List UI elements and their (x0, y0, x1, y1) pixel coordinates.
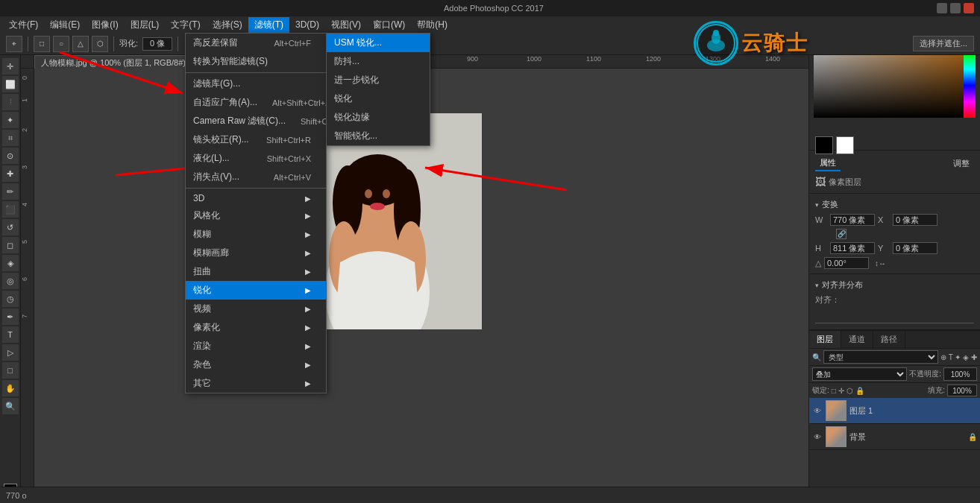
red-arrow-1 (45, 37, 209, 112)
layer-bg-visibility[interactable]: 👁 (812, 431, 823, 442)
sharpen-edges[interactable]: 锐化边缘 (327, 108, 430, 127)
filter-video[interactable]: 视频 ▶ (186, 300, 326, 318)
blend-mode-select[interactable]: 叠加 正常 (812, 367, 907, 381)
tool-dodge[interactable]: ◷ (2, 291, 19, 307)
transform-section: ▾ 变换 W X 🔗 H Y △ ↕↔ (809, 194, 980, 274)
tool-history[interactable]: ↺ (2, 219, 19, 235)
menu-help[interactable]: 帮助(H) (411, 17, 453, 33)
tool-gradient[interactable]: ◈ (2, 255, 19, 271)
tab-layers[interactable]: 图层 (809, 331, 841, 348)
lock-artboards-btn[interactable]: ⬡ (846, 387, 853, 395)
tool-eyedrop[interactable]: ⊙ (2, 148, 19, 164)
filter-blur-gallery[interactable]: 模糊画廊 ▶ (186, 244, 326, 262)
lock-all-btn[interactable]: 🔒 (855, 387, 864, 395)
tool-marquee[interactable]: ⬜ (2, 76, 19, 92)
tab-paths[interactable]: 路径 (873, 331, 905, 348)
filter-stylize[interactable]: 风格化 ▶ (186, 206, 326, 225)
tool-shape[interactable]: □ (2, 362, 19, 379)
tool-brush[interactable]: ✏ (2, 183, 19, 200)
logo-circle (694, 21, 738, 66)
bg-color-swatch[interactable] (836, 136, 854, 154)
fill-input[interactable] (947, 385, 977, 396)
tool-crop[interactable]: ⌗ (2, 130, 19, 146)
filter-render[interactable]: 渲染 ▶ (186, 337, 326, 355)
sharpen-stabilize[interactable]: 防抖... (327, 52, 430, 71)
lock-position-btn[interactable]: ✛ (838, 387, 844, 395)
minimize-btn[interactable] (937, 3, 947, 13)
tab-properties[interactable]: 属性 (815, 156, 841, 171)
filter-3d[interactable]: 3D ▶ (186, 190, 326, 206)
menu-type[interactable]: 文字(T) (165, 17, 206, 33)
menu-window[interactable]: 窗口(W) (367, 17, 411, 33)
sharpen-smart[interactable]: 智能锐化... (327, 127, 430, 145)
y-input[interactable] (893, 242, 937, 254)
tool-heal[interactable]: ✚ (2, 165, 19, 182)
menu-layer[interactable]: 图层(L) (125, 17, 166, 33)
filter-liquify[interactable]: 液化(L)... Shift+Ctrl+X (186, 149, 326, 168)
fg-color-swatch[interactable] (815, 136, 833, 154)
transform-link: 🔗 (815, 227, 974, 241)
opacity-input[interactable] (943, 367, 977, 381)
ruler-corner (21, 55, 34, 69)
filter-camera-raw[interactable]: Camera Raw 滤镜(C)... Shift+Ctrl+A (186, 112, 326, 130)
filter-sharpen[interactable]: 锐化 ▶ (186, 281, 326, 300)
h-label: H (815, 244, 827, 253)
layer-row-1[interactable]: 👁 图层 1 (809, 398, 980, 424)
align-header[interactable]: ▾ 对齐并分布 (815, 277, 974, 293)
tab-adjustments[interactable]: 调整 (949, 156, 974, 171)
filter-distort[interactable]: 扭曲 ▶ (186, 262, 326, 281)
svg-line-16 (60, 52, 183, 93)
tab-channels[interactable]: 通道 (841, 331, 873, 348)
menu-image[interactable]: 图像(I) (86, 17, 124, 33)
lock-pixels-btn[interactable]: □ (832, 387, 836, 395)
tool-hand[interactable]: ✋ (2, 380, 19, 396)
layer-1-thumb (826, 400, 846, 421)
tool-wand[interactable]: ✦ (2, 112, 19, 128)
layer-1-visibility[interactable]: 👁 (812, 405, 823, 416)
filter-highpass[interactable]: 高反差保留 Alt+Ctrl+F (186, 34, 326, 52)
filter-gallery[interactable]: 滤镜库(G)... (186, 75, 326, 93)
w-input[interactable] (830, 214, 875, 226)
lock-row: 锁定: □ ✛ ⬡ 🔒 填充: (809, 383, 980, 398)
sharpen-usm[interactable]: USM 锐化... (327, 34, 430, 52)
maximize-btn[interactable] (950, 3, 961, 13)
sharpen-more[interactable]: 进一步锐化 (327, 71, 430, 89)
x-input[interactable] (893, 214, 937, 226)
layer-row-bg[interactable]: 👁 背景 🔒 (809, 424, 980, 450)
menu-select[interactable]: 选择(S) (207, 17, 248, 33)
menu-file[interactable]: 文件(F) (3, 17, 44, 33)
tool-move[interactable]: ✛ (2, 58, 19, 75)
h-input[interactable] (830, 242, 875, 254)
tool-text[interactable]: T (2, 326, 19, 343)
tool-stamp[interactable]: ⬛ (2, 201, 19, 218)
filter-lens[interactable]: 镜头校正(R)... Shift+Ctrl+R (186, 130, 326, 149)
layer-1-name: 图层 1 (849, 405, 977, 417)
tool-lasso[interactable]: 𝄄 (2, 94, 19, 110)
move-tool[interactable]: ⌖ (6, 36, 22, 52)
align-section: ▾ 对齐并分布 对齐： (809, 274, 980, 330)
close-btn[interactable] (964, 3, 974, 13)
menu-filter[interactable]: 滤镜(T) (248, 17, 289, 33)
filter-blur[interactable]: 模糊 ▶ (186, 225, 326, 244)
tool-pen[interactable]: ✒ (2, 309, 19, 325)
filter-noise[interactable]: 杂色 ▶ (186, 355, 326, 374)
menu-edit[interactable]: 编辑(E) (44, 17, 86, 33)
tool-blur[interactable]: ◎ (2, 273, 19, 289)
filter-adaptive[interactable]: 自适应广角(A)... Alt+Shift+Ctrl+A (186, 93, 326, 112)
filter-other[interactable]: 其它 ▶ (186, 374, 326, 393)
link-icon[interactable]: 🔗 (836, 229, 846, 239)
angle-input[interactable] (824, 257, 869, 269)
tool-select-path[interactable]: ▷ (2, 344, 19, 361)
filter-smart[interactable]: 转换为智能滤镜(S) (186, 52, 326, 71)
svg-line-20 (425, 168, 567, 190)
tool-zoom[interactable]: 🔍 (2, 398, 19, 414)
kind-filter[interactable]: 类型 (823, 350, 938, 364)
menu-view[interactable]: 视图(V) (325, 17, 367, 33)
filter-vanishing[interactable]: 消失点(V)... Alt+Ctrl+V (186, 168, 326, 186)
select-and-mask-btn[interactable]: 选择并遮住... (913, 36, 974, 51)
filter-pixelate[interactable]: 像素化 ▶ (186, 318, 326, 337)
sharpen-basic[interactable]: 锐化 (327, 89, 430, 108)
tool-eraser[interactable]: ◻ (2, 237, 19, 253)
menu-3d[interactable]: 3D(D) (289, 18, 325, 31)
transform-header[interactable]: ▾ 变换 (815, 197, 974, 212)
